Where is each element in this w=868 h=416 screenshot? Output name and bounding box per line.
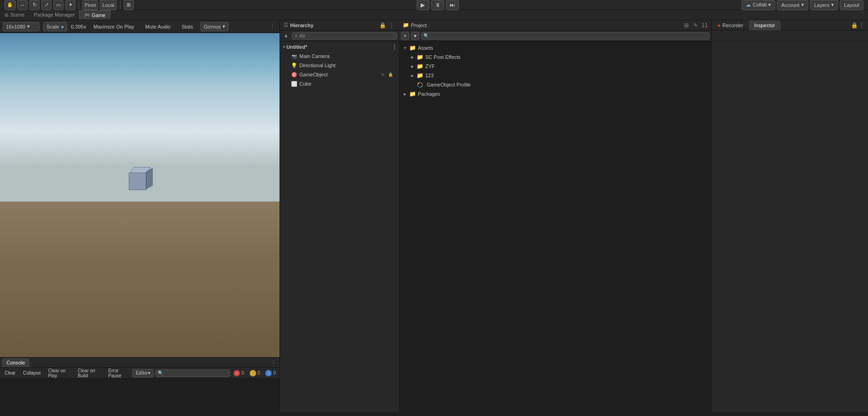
cloud-icon: ☁ [746,2,751,8]
zyf-expand-icon: ▶ [410,64,415,69]
hierarchy-add-btn[interactable]: + [282,32,290,40]
project-action-3[interactable]: 11 [701,22,708,29]
recorder-tab[interactable]: ● Recorder [712,20,749,30]
account-button[interactable]: Account ▾ [777,0,808,10]
project-assets-root[interactable]: ▼ 📁 Assets [399,43,711,52]
mute-audio-label: Mute Audio [145,24,171,29]
console-search[interactable]: 🔍 [155,370,230,377]
error-pause-btn[interactable]: Error Pause [106,369,131,377]
error-icon: ⊗ [234,370,240,376]
step-button[interactable]: ⏭ [446,0,459,10]
inspector-toolbar-spacer [712,30,868,41]
project-packages-root[interactable]: ▶ 📁 Packages [399,89,711,98]
game-viewport [0,33,280,357]
cube-label: Cube [299,81,311,87]
inspector-tab-label: Inspector [754,23,775,28]
lock-icon-go[interactable]: 🔒 [387,71,394,78]
clear-on-build-label: Clear on Build [78,368,101,378]
maximize-on-play-btn[interactable]: Maximize On Play [90,22,138,31]
recorder-icon: ● [717,22,720,29]
hierarchy-gameobject[interactable]: 🎯 GameObject 👁 🔒 [280,70,399,79]
pivot-btn[interactable]: Pivot [82,0,98,10]
clear-on-play-btn[interactable]: Clear on Play [46,369,73,377]
gameobject-icon: 🎯 [291,71,297,78]
hierarchy-more-btn[interactable]: ⋮ [388,22,395,29]
scene-icon: ⊞ [5,12,8,17]
local-btn[interactable]: Local [100,0,116,10]
inspector-header-actions: 🔒 ⋮ [851,22,868,29]
play-controls: ▶ ⏸ ⏭ [136,0,740,10]
layout-button[interactable]: Layout [840,0,863,10]
game-tab[interactable]: 🎮 Game [79,10,110,19]
scene-more-btn[interactable]: ⋮ [392,44,397,50]
scale-tool-btn[interactable]: ⤢ [41,0,51,10]
hierarchy-main-camera[interactable]: 📷 Main Camera [280,52,399,61]
123-expand-icon: ▶ [410,74,415,78]
project-gameobject-profile[interactable]: ▶ GameObject Profile [399,80,711,89]
project-tree: ▼ 📁 Assets ▶ 📁 SC Post Effects ▶ 📁 ZYF [399,41,712,412]
game-toolbar-more-btn[interactable]: ⋮ [268,23,277,29]
move-tool-btn[interactable]: ↔ [17,0,28,10]
resolution-chevron: ▾ [27,23,30,29]
sc-expand-icon: ▶ [410,55,415,59]
collab-button[interactable]: ☁ Collab ▾ [742,0,775,10]
clear-label: Clear [5,370,16,376]
stats-btn[interactable]: Stats [178,22,197,31]
hierarchy-body[interactable]: ▼ Untitled* ⋮ 📷 Main Camera 💡 Directiona… [280,41,399,412]
right-toolbar: ☁ Collab ▾ Account ▾ Layers ▾ Layout [742,0,863,10]
transform-tool-btn[interactable]: ✦ [65,0,75,10]
hierarchy-lock-btn[interactable]: 🔒 [379,22,386,29]
project-sc-post-effects[interactable]: ▶ 📁 SC Post Effects [399,52,711,62]
project-action-2[interactable]: ✎ [692,22,699,29]
tabs-more-btn[interactable]: ⋮ [859,10,868,20]
rect-tool-btn[interactable]: ▭ [53,0,63,10]
go-profile-label: GameObject Profile [427,82,471,87]
hierarchy-toolbar: + ⊕ All [280,30,399,41]
project-add-btn[interactable]: + [401,32,409,40]
resolution-dropdown[interactable]: 16x1080 ▾ [3,22,40,31]
account-label: Account [781,2,799,8]
scene-tab[interactable]: ⊞ Scene [0,10,29,19]
inspector-more-btn[interactable]: ⋮ [858,22,865,29]
clear-on-play-label: Clear on Play [48,368,70,378]
layers-button[interactable]: Layers ▾ [810,0,838,10]
hierarchy-scene-row[interactable]: ▼ Untitled* ⋮ [280,42,399,52]
project-action-1[interactable]: ⊞ [683,22,690,29]
hand-tool-btn[interactable]: ✋ [5,0,16,10]
project-filter-btn[interactable]: ▾ [411,32,419,40]
chevron-down-icon-2: ▾ [831,2,834,8]
clear-btn[interactable]: Clear [2,369,18,377]
project-tab[interactable]: 📁 Project [399,20,430,30]
console-tabs-more[interactable]: ⋮ [269,359,278,365]
hierarchy-directional-light[interactable]: 💡 Directional Light [280,61,399,70]
zyf-label: ZYF [425,64,435,69]
project-zyf[interactable]: ▶ 📁 ZYF [399,62,711,71]
console-tab[interactable]: Console [2,358,29,367]
editor-dropdown-btn[interactable]: Editor ▾ [132,369,153,377]
play-button[interactable]: ▶ [417,0,429,10]
snap-btn[interactable]: ⊞ [124,0,134,10]
recorder-label: Recorder [722,23,743,28]
scene-name-label: Untitled* [286,44,307,50]
inspector-lock-btn[interactable]: 🔒 [851,22,858,29]
package-manager-tab[interactable]: Package Manager [29,10,79,19]
pause-button[interactable]: ⏸ [431,0,444,10]
gizmos-chevron: ▾ [223,23,225,29]
project-123[interactable]: ▶ 📁 123 [399,71,711,80]
rotate-tool-btn[interactable]: ↻ [29,0,40,10]
ri-tabs-bar: 📁 Project ⊞ ✎ 11 ● Recorder Inspector [399,20,868,30]
project-search[interactable]: 🔍 [421,32,709,40]
inspector-tab[interactable]: Inspector [749,20,781,30]
clear-on-build-btn[interactable]: Clear on Build [75,369,103,377]
hierarchy-search[interactable]: ⊕ All [292,32,397,40]
eye-icon[interactable]: 👁 [380,71,386,78]
console-body [0,379,280,412]
assets-folder-icon: 📁 [409,45,416,51]
gizmos-btn[interactable]: Gizmos ▾ [200,22,228,31]
scale-dot: ● [61,24,64,29]
mute-audio-btn[interactable]: Mute Audio [142,22,174,31]
chevron-down-icon: ▾ [801,2,804,8]
hierarchy-cube[interactable]: ⬜ Cube [280,79,399,88]
console-toolbar: Clear Collapse Clear on Play Clear on Bu… [0,368,280,379]
collapse-btn[interactable]: Collapse [20,369,44,377]
